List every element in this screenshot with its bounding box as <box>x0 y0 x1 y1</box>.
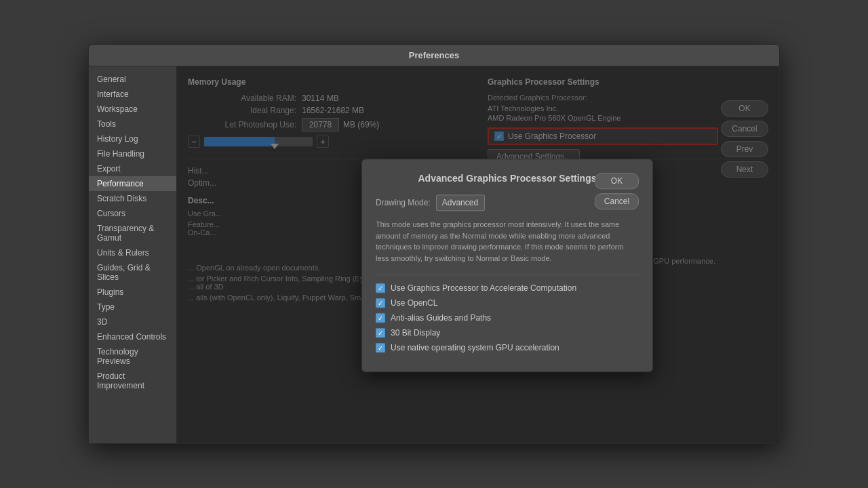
opencl-label: Use OpenCL <box>391 298 437 308</box>
sidebar-item-technology-previews[interactable]: Technology Previews <box>89 344 176 369</box>
accelerate-label: Use Graphics Processor to Accelerate Com… <box>391 283 576 293</box>
modal-buttons: OK Cancel <box>595 173 639 209</box>
sidebar-item-units-rulers[interactable]: Units & Rulers <box>89 245 176 260</box>
preferences-window: Preferences General Interface Workspace … <box>88 44 780 444</box>
check-row-opencl: ✓ Use OpenCL <box>376 298 639 308</box>
sidebar-item-tools[interactable]: Tools <box>89 117 176 131</box>
modal-ok-button[interactable]: OK <box>595 173 639 189</box>
native-gpu-checkmark: ✓ <box>378 344 383 352</box>
accelerate-checkbox[interactable]: ✓ <box>376 283 385 293</box>
sidebar-item-3d[interactable]: 3D <box>89 314 176 329</box>
sidebar-item-transparency-gamut[interactable]: Transparency & Gamut <box>89 221 176 245</box>
modal-description: This mode uses the graphics processor mo… <box>376 219 639 264</box>
sidebar-item-scratch-disks[interactable]: Scratch Disks <box>89 191 176 206</box>
antialias-checkbox[interactable]: ✓ <box>376 313 385 323</box>
30bit-checkmark: ✓ <box>378 329 383 337</box>
sidebar-item-cursors[interactable]: Cursors <box>89 206 176 221</box>
check-row-30bit: ✓ 30 Bit Display <box>376 328 639 338</box>
drawing-mode-select[interactable]: Basic Normal Advanced <box>436 195 485 211</box>
main-content: Memory Usage Available RAM: 30114 MB Ide… <box>177 66 779 443</box>
window-title: Preferences <box>409 50 459 60</box>
30bit-label: 30 Bit Display <box>391 328 440 338</box>
check-row-accelerate: ✓ Use Graphics Processor to Accelerate C… <box>376 283 639 293</box>
accelerate-checkmark: ✓ <box>378 285 383 292</box>
sidebar-item-export[interactable]: Export <box>89 161 176 176</box>
modal-checkboxes: ✓ Use Graphics Processor to Accelerate C… <box>376 274 639 352</box>
modal-cancel-button[interactable]: Cancel <box>595 193 639 209</box>
check-row-antialias: ✓ Anti-alias Guides and Paths <box>376 313 639 323</box>
30bit-checkbox[interactable]: ✓ <box>376 328 385 338</box>
sidebar-item-enhanced-controls[interactable]: Enhanced Controls <box>89 329 176 344</box>
sidebar-item-history-log[interactable]: History Log <box>89 131 176 146</box>
antialias-checkmark: ✓ <box>378 314 383 322</box>
drawing-mode-label: Drawing Mode: <box>376 198 431 207</box>
sidebar-item-performance[interactable]: Performance <box>89 176 176 191</box>
native-gpu-label: Use native operating system GPU accelera… <box>391 343 559 352</box>
opencl-checkbox[interactable]: ✓ <box>376 298 385 308</box>
antialias-label: Anti-alias Guides and Paths <box>391 313 491 323</box>
opencl-checkmark: ✓ <box>378 300 383 307</box>
native-gpu-checkbox[interactable]: ✓ <box>376 343 385 352</box>
sidebar-item-workspace[interactable]: Workspace <box>89 102 176 117</box>
title-bar: Preferences <box>89 45 779 66</box>
sidebar-item-general[interactable]: General <box>89 72 176 87</box>
sidebar-item-product-improvement[interactable]: Product Improvement <box>89 369 176 393</box>
sidebar-item-guides-grid[interactable]: Guides, Grid & Slices <box>89 260 176 285</box>
sidebar-item-type[interactable]: Type <box>89 300 176 314</box>
sidebar-item-plugins[interactable]: Plugins <box>89 285 176 300</box>
modal-dialog: Advanced Graphics Processor Settings Dra… <box>361 159 653 372</box>
sidebar-item-file-handling[interactable]: File Handling <box>89 146 176 161</box>
check-row-native-gpu: ✓ Use native operating system GPU accele… <box>376 343 639 352</box>
sidebar-item-interface[interactable]: Interface <box>89 87 176 102</box>
sidebar: General Interface Workspace Tools Histor… <box>89 66 177 443</box>
